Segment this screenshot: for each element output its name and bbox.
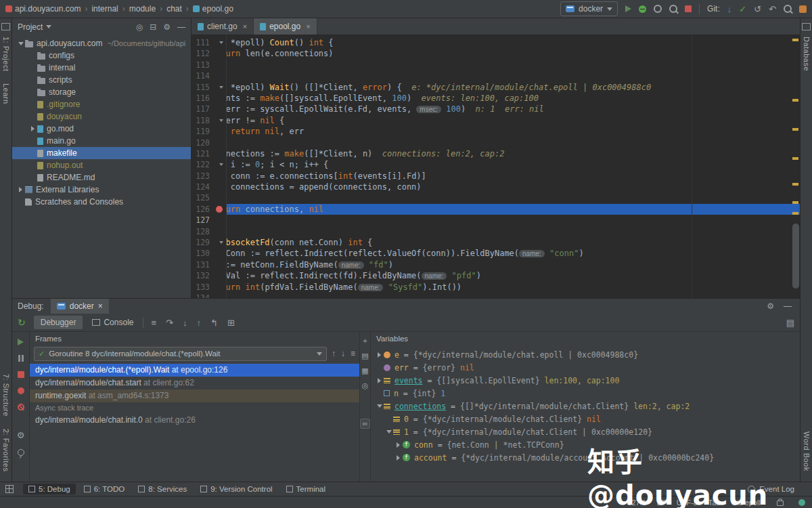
breakpoint-icon[interactable]: [216, 206, 223, 213]
tool-window-button-learn[interactable]: Learn: [2, 83, 10, 104]
tree-item-go-mod[interactable]: go.mod: [12, 123, 191, 135]
fold-marker[interactable]: [219, 86, 223, 89]
breadcrumb-item-module[interactable]: module: [129, 4, 156, 14]
gutter-line-119[interactable]: 119: [191, 126, 226, 137]
code-line-132[interactable]: pfdVal := reflect.Indirect(fd).FieldByNa…: [191, 270, 800, 281]
stack-frame[interactable]: runtime.goexit at asm_amd64.s:1373: [30, 389, 359, 402]
debug-icon[interactable]: [639, 5, 646, 13]
close-icon[interactable]: ×: [243, 22, 247, 30]
code-line-117[interactable]: n, err := syscall.EpollWait(e.Fd, events…: [191, 104, 800, 114]
tree-item-internal[interactable]: internal: [12, 62, 191, 74]
gutter-line-128[interactable]: 128: [191, 226, 226, 237]
evaluate-expression-icon[interactable]: ⊞: [227, 318, 235, 328]
code-line-134[interactable]: }: [191, 293, 800, 298]
run-to-cursor-icon[interactable]: ↰: [210, 318, 218, 328]
variable-row[interactable]: err = {error} nil: [371, 361, 800, 374]
frame-list-icon[interactable]: ≡: [351, 349, 355, 358]
code-line-119[interactable]: return nil, err: [191, 126, 800, 137]
editor-tab-client-go[interactable]: client.go×: [191, 18, 254, 35]
tool-window-button-terminal[interactable]: Terminal: [281, 484, 331, 494]
tree-item-scripts[interactable]: scripts: [12, 74, 191, 86]
frame-down-icon[interactable]: ↓: [341, 349, 345, 358]
tree-item-gitignore[interactable]: .gitignore: [12, 98, 191, 110]
code-line-127[interactable]: }: [191, 215, 800, 226]
step-over-icon[interactable]: ↷: [166, 318, 173, 328]
gutter-line-121[interactable]: 121: [191, 148, 226, 159]
gutter-line-111[interactable]: 111: [191, 37, 226, 48]
code-line-122[interactable]: for i := 0; i < n; i++ {: [191, 159, 800, 170]
search-everywhere-icon[interactable]: [784, 5, 792, 13]
chevron-right-icon[interactable]: [394, 442, 403, 448]
code-line-116[interactable]: events := make([]syscall.EpollEvent, 100…: [191, 93, 800, 104]
pause-button[interactable]: [18, 355, 24, 362]
gutter-line-126[interactable]: 126: [191, 204, 226, 215]
tree-item-nohup-out[interactable]: nohup.out: [12, 159, 191, 171]
code-line-124[interactable]: connections = append(connections, conn): [191, 182, 800, 192]
rerun-debug-button[interactable]: ↻: [18, 317, 26, 328]
gutter-line-117[interactable]: 117: [191, 104, 226, 114]
gutter-line-114[interactable]: 114: [191, 70, 226, 81]
step-out-icon[interactable]: ↑: [196, 318, 201, 328]
tab-console[interactable]: Console: [85, 316, 140, 329]
settings-icon[interactable]: ⚙: [163, 23, 171, 31]
chevron-down-icon[interactable]: [375, 404, 384, 408]
tree-item-scratches-and-consoles[interactable]: Scratches and Consoles: [12, 196, 191, 208]
code-line-130[interactable]: netConn := reflect.Indirect(reflect.Valu…: [191, 248, 800, 259]
code-line-111[interactable]: func (e *epoll) Count() int {: [191, 37, 800, 48]
error-stripe-mark[interactable]: [792, 212, 798, 215]
gutter-line-116[interactable]: 116: [191, 93, 226, 104]
tree-item-makefile[interactable]: makefile: [12, 147, 191, 159]
stack-frame[interactable]: dyc/internal/module/chat.(*epoll).Wait a…: [30, 364, 359, 377]
code-line-128[interactable]: [191, 226, 800, 237]
variable-row[interactable]: n = {int} 1: [371, 387, 800, 400]
tool-window-switcher-icon[interactable]: [5, 485, 14, 493]
stack-frame[interactable]: Async stack trace: [30, 402, 359, 414]
close-icon[interactable]: ×: [98, 301, 103, 311]
tool-window-button-7-structure[interactable]: 7: Structure: [2, 374, 10, 417]
tree-item-readme-md[interactable]: README.md: [12, 171, 191, 184]
breadcrumb-item-internal[interactable]: internal: [91, 4, 118, 14]
gutter-line-125[interactable]: 125: [191, 192, 226, 203]
git-commit-icon[interactable]: ✓: [739, 5, 746, 14]
layout-menu-icon[interactable]: ≡: [151, 318, 156, 328]
gutter-line-127[interactable]: 127: [191, 215, 226, 226]
coverage-icon[interactable]: [654, 5, 662, 13]
chevron-right-icon[interactable]: [394, 455, 403, 461]
gutter-line-112[interactable]: 112: [191, 48, 226, 59]
code-line-118[interactable]: if err != nil {: [191, 115, 800, 126]
debug-session-tab[interactable]: docker ×: [51, 299, 109, 314]
code-area[interactable]: func (e *epoll) Count() int { return len…: [191, 35, 800, 298]
chevron-right-icon[interactable]: [375, 352, 384, 358]
stop-icon[interactable]: [685, 5, 692, 12]
fold-marker[interactable]: [219, 241, 223, 244]
code-line-121[interactable]: connections := make([]*Client, n) connec…: [191, 148, 800, 159]
code-line-131[interactable]: fd := netConn.FieldByName(name: "fd"): [191, 259, 800, 270]
tool-window-button-9-version-control[interactable]: 9: Version Control: [195, 484, 277, 494]
gutter-line-132[interactable]: 132: [191, 270, 226, 281]
close-icon[interactable]: ×: [306, 22, 310, 30]
code-line-125[interactable]: }: [191, 192, 800, 203]
code-line-126[interactable]: return connections, nil: [191, 204, 800, 215]
gutter-line-120[interactable]: 120: [191, 137, 226, 148]
error-stripe-mark[interactable]: [792, 99, 798, 102]
fold-marker[interactable]: [219, 119, 223, 122]
tree-item-configs[interactable]: configs: [12, 49, 191, 62]
tool-window-button-6-todo[interactable]: 6: TODO: [78, 484, 131, 494]
thread-select[interactable]: ✓ Goroutine 8 dyc/internal/module/chat.(…: [34, 347, 327, 361]
inline-values-icon[interactable]: ∞: [360, 419, 371, 429]
gutter-line-129[interactable]: 129: [191, 237, 226, 248]
variable-row[interactable]: events = {[]syscall.EpollEvent} len:100,…: [371, 374, 800, 387]
settings-icon[interactable]: ⚙: [767, 302, 774, 310]
variable-row[interactable]: connections = {[]*dyc/internal/module/ch…: [371, 400, 800, 412]
gutter-line-123[interactable]: 123: [191, 171, 226, 182]
editor-scrollbar[interactable]: [792, 224, 799, 289]
layers-icon[interactable]: ▤: [361, 352, 368, 360]
gutter-line-130[interactable]: 130: [191, 248, 226, 259]
collapse-all-icon[interactable]: ⊟: [150, 23, 156, 31]
error-stripe-mark[interactable]: [792, 201, 798, 204]
run-icon[interactable]: [625, 5, 631, 12]
code-line-114[interactable]: [191, 70, 800, 81]
error-stripe-mark[interactable]: [792, 157, 798, 160]
tool-window-button-8-services[interactable]: 8: Services: [133, 484, 192, 494]
mute-breakpoints-button[interactable]: [18, 404, 24, 410]
